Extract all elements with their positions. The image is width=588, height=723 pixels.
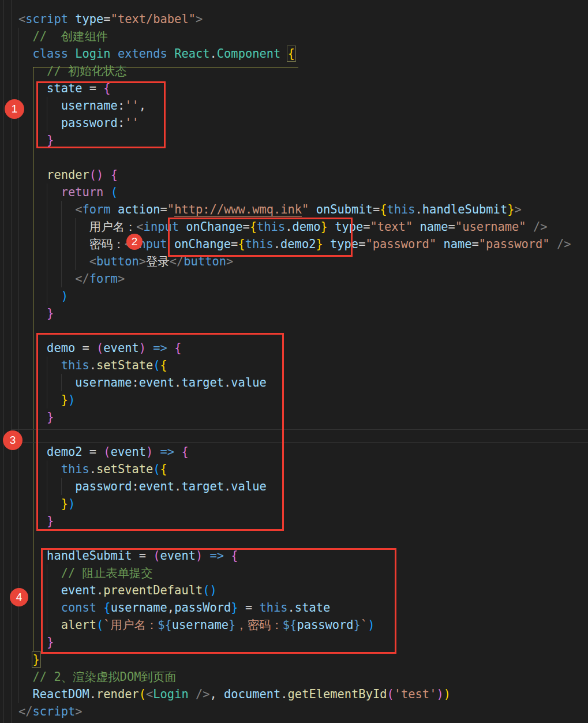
annotation-marker-2: 2 xyxy=(126,234,143,250)
code-line[interactable]: // 创建组件 xyxy=(0,28,588,45)
code-line[interactable] xyxy=(0,530,588,547)
annotation-box-onchange-handlers xyxy=(168,218,353,257)
annotation-marker-4: 4 xyxy=(10,588,28,606)
code-line[interactable]: // 2、渲染虚拟DOM到页面 xyxy=(0,668,588,685)
code-line[interactable]: ) xyxy=(0,287,588,305)
code-line[interactable] xyxy=(0,149,588,166)
code-line[interactable]: </form> xyxy=(0,270,588,287)
code-line[interactable]: <script type="text/babel"> xyxy=(0,10,588,28)
annotation-marker-3: 3 xyxy=(3,430,23,450)
annotation-box-handlesubmit-method xyxy=(41,548,396,654)
code-line[interactable]: <form action="http://www.wmq.ink" onSubm… xyxy=(0,201,588,218)
annotation-box-demo-methods xyxy=(36,333,284,531)
code-line[interactable]: return ( xyxy=(0,183,588,201)
code-line[interactable]: ReactDOM.render(<Login />, document.getE… xyxy=(0,685,588,703)
annotation-box-state-block xyxy=(36,81,166,148)
code-line[interactable]: // 初始化状态 xyxy=(0,62,588,80)
code-line[interactable]: } xyxy=(0,305,588,322)
code-editor: <script type="text/babel"> // 创建组件 class… xyxy=(0,0,588,723)
code-line[interactable]: class Login extends React.Component { xyxy=(0,45,588,62)
code-line[interactable]: </script> xyxy=(0,703,588,720)
annotation-marker-1: 1 xyxy=(5,99,24,119)
code-line[interactable]: render() { xyxy=(0,166,588,183)
